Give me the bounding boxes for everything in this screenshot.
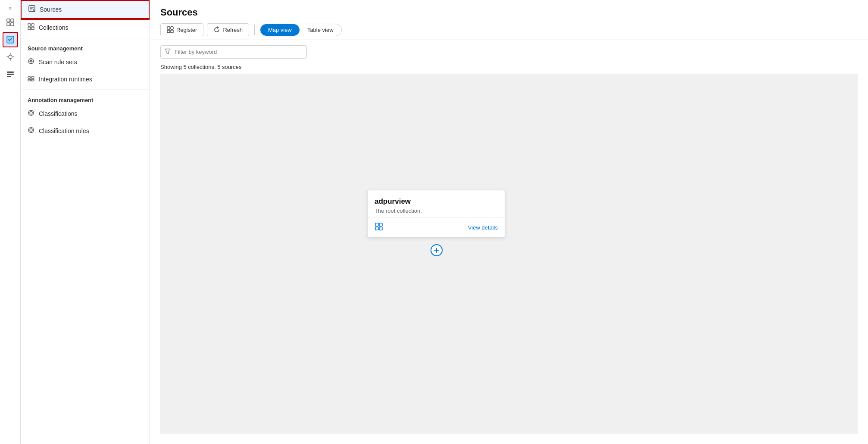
sidebar: Sources Collections Source management [21,0,150,444]
search-input[interactable] [160,45,307,59]
filter-bar [150,40,868,64]
scan-rule-sets-icon [28,58,34,66]
svg-rect-27 [28,79,31,81]
register-button[interactable]: Register [160,23,203,36]
classifications-icon [28,109,34,118]
annotation-management-header: Annotation management [21,92,150,105]
view-details-link[interactable]: View details [468,224,498,231]
svg-rect-3 [11,23,14,26]
classification-rules-icon [28,127,34,135]
filter-input-wrapper [160,45,307,59]
icon-rail: » [0,0,21,444]
svg-rect-13 [7,76,11,77]
svg-rect-48 [375,223,378,226]
sidebar-item-classification-rules[interactable]: Classification rules [21,122,150,140]
map-view-button[interactable]: Map view [260,24,300,36]
integration-runtimes-icon [28,75,34,84]
collection-card: adpurview The root collection. View deta… [367,190,505,238]
svg-rect-11 [7,71,14,73]
svg-point-20 [30,60,32,62]
showing-count-text: Showing 5 collections, 5 sources [150,64,868,74]
svg-rect-2 [7,23,10,26]
source-management-header: Source management [21,40,150,53]
card-header: adpurview The root collection. [368,190,505,217]
sources-nav-icon [28,5,35,14]
card-grid-icon [375,222,383,233]
svg-rect-49 [379,223,382,226]
svg-rect-15 [28,24,31,26]
svg-rect-50 [375,227,378,230]
svg-rect-18 [31,27,34,30]
sidebar-classifications-label: Classifications [39,110,77,117]
register-label: Register [176,27,197,33]
card-collection-name: adpurview [375,197,498,206]
svg-rect-28 [31,79,34,81]
refresh-button[interactable]: Refresh [207,23,249,36]
svg-rect-0 [7,19,10,22]
view-toggle: Map view Table view [260,24,342,36]
filter-icon [165,48,171,56]
divider-1 [21,38,150,38]
nav-sources-icon[interactable] [3,32,18,47]
main-content: Sources Register Refresh [150,0,868,444]
sidebar-item-scan-rule-sets[interactable]: Scan rule sets [21,53,150,71]
add-child-button[interactable] [431,244,443,256]
svg-rect-45 [167,30,170,33]
collapse-icon[interactable]: » [7,3,13,13]
toolbar-divider [254,25,255,35]
map-area: adpurview The root collection. View deta… [160,74,858,434]
svg-rect-44 [171,27,173,29]
svg-point-6 [9,55,12,59]
svg-rect-51 [379,227,382,230]
card-footer: View details [368,217,505,237]
sidebar-item-collections[interactable]: Collections [21,19,150,36]
svg-rect-43 [167,27,170,29]
page-title: Sources [160,7,858,18]
collections-icon [28,23,34,32]
svg-rect-1 [11,19,14,22]
svg-rect-46 [171,30,173,33]
nav-management-icon[interactable] [3,66,18,82]
svg-rect-16 [31,24,34,26]
toolbar: Register Refresh Map view Table view [160,23,858,36]
divider-2 [21,90,150,90]
sidebar-sources-label: Sources [40,6,62,13]
nav-insights-icon[interactable] [3,49,18,65]
card-collection-desc: The root collection. [375,208,498,214]
svg-rect-25 [28,77,31,78]
svg-point-32 [30,112,32,114]
svg-rect-26 [31,77,34,78]
sidebar-scan-rule-sets-label: Scan rule sets [39,59,77,65]
refresh-icon [213,26,220,33]
sidebar-collections-label: Collections [39,24,68,31]
sidebar-item-classifications[interactable]: Classifications [21,105,150,122]
sidebar-item-integration-runtimes[interactable]: Integration runtimes [21,71,150,88]
svg-point-38 [30,129,32,131]
sidebar-item-sources[interactable]: Sources [21,0,150,19]
sidebar-integration-runtimes-label: Integration runtimes [39,76,92,83]
svg-rect-12 [7,74,14,75]
main-header: Sources Register Refresh [150,0,868,40]
refresh-label: Refresh [223,27,243,33]
table-view-button[interactable]: Table view [300,24,341,36]
sidebar-classification-rules-label: Classification rules [39,127,89,134]
svg-rect-17 [28,27,31,30]
register-icon [167,26,174,33]
svg-marker-47 [165,49,170,54]
nav-home-icon[interactable] [3,15,18,30]
